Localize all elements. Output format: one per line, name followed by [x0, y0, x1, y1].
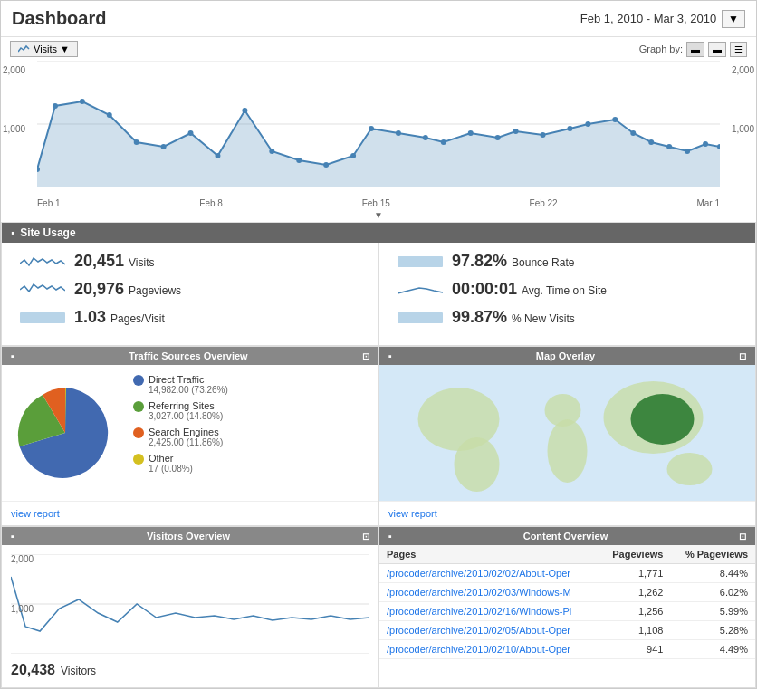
svg-point-43 — [667, 453, 713, 485]
svg-point-31 — [703, 141, 708, 147]
content-table-header-row: Pages Pageviews % Pageviews — [379, 545, 755, 564]
page-link-4[interactable]: /procoder/archive/2010/02/05/About-Oper — [379, 621, 599, 640]
x-label-feb1: Feb 1 — [37, 198, 61, 208]
new-visits-icon — [398, 309, 443, 327]
map-overlay-expand-icon[interactable]: ⊡ — [739, 351, 746, 361]
graph-icon-bar[interactable]: ▬ — [708, 42, 726, 57]
metric-bounce-rate-value-label: 97.82% Bounce Rate — [452, 252, 574, 271]
visitors-overview-expand-icon[interactable]: ⊡ — [362, 532, 369, 542]
graph-icon-table[interactable]: ☰ — [730, 42, 747, 57]
content-overview-title: Content Overview — [523, 531, 608, 542]
svg-point-4 — [53, 103, 58, 109]
legend-search: Search Engines 2,425.00 (11.86%) — [133, 427, 228, 447]
visits-label: Visits — [129, 256, 154, 269]
visits-button[interactable]: Visits ▼ — [10, 41, 78, 57]
avg-time-sparkline — [398, 281, 443, 299]
table-row: /procoder/archive/2010/02/16/Windows-Pl … — [379, 602, 755, 621]
date-range-dropdown[interactable]: ▼ — [722, 10, 745, 28]
new-visits-label: % New Visits — [512, 312, 575, 325]
pie-chart-section: Direct Traffic 14,982.00 (73.26%) Referr… — [11, 374, 369, 492]
graph-icon-line[interactable]: ▬ — [686, 42, 704, 57]
pageviews-5: 941 — [599, 640, 670, 659]
date-range: Feb 1, 2010 - Mar 3, 2010 ▼ — [580, 10, 745, 28]
map-view-report[interactable]: view report — [388, 508, 437, 519]
page-link-5[interactable]: /procoder/archive/2010/02/10/About-Oper — [379, 640, 599, 659]
scroll-button[interactable]: ▼ — [374, 210, 383, 220]
svg-rect-33 — [20, 312, 65, 323]
content-overview-header-icon: ▪ — [388, 531, 392, 542]
page-link-1[interactable]: /procoder/archive/2010/02/02/About-Oper — [379, 564, 599, 583]
pageviews-value: 20,976 — [74, 280, 124, 299]
legend-referring-dot — [133, 401, 144, 412]
col-pageviews: Pageviews — [599, 545, 670, 564]
pie-legend: Direct Traffic 14,982.00 (73.26%) Referr… — [133, 374, 228, 479]
legend-direct-dot — [133, 375, 144, 386]
site-usage-title: Site Usage — [20, 226, 75, 239]
bounce-rate-value: 97.82% — [452, 252, 507, 271]
svg-point-40 — [548, 419, 588, 483]
metric-visits: 20,451 Visits — [20, 252, 360, 271]
svg-point-28 — [648, 139, 654, 145]
map-overlay-body — [379, 365, 755, 501]
x-axis-labels: Feb 1 Feb 8 Feb 15 Feb 22 Mar 1 — [1, 197, 756, 208]
visitors-overview-header: ▪ Visitors Overview ⊡ — [2, 527, 378, 545]
svg-point-19 — [441, 139, 446, 145]
svg-point-21 — [495, 135, 501, 140]
date-range-text: Feb 1, 2010 - Mar 3, 2010 — [580, 12, 716, 25]
svg-point-27 — [630, 130, 636, 136]
visitors-overview-body: 2,000 1,000 20,438 Visitors — [2, 545, 378, 687]
content-overview-expand-icon[interactable]: ⊡ — [739, 532, 746, 542]
pageviews-1: 1,771 — [599, 564, 670, 583]
chart-toolbar: Visits ▼ Graph by: ▬ ▬ ☰ — [1, 37, 756, 61]
map-overlay-header-icon: ▪ — [388, 350, 392, 361]
site-usage-col-right: 97.82% Bounce Rate 00:00:01 Avg. Time on… — [378, 243, 755, 345]
svg-point-16 — [369, 126, 374, 131]
content-overview-body: Pages Pageviews % Pageviews /procoder/ar… — [379, 545, 755, 681]
dashboard-page: Dashboard Feb 1, 2010 - Mar 3, 2010 ▼ Vi… — [0, 0, 757, 689]
page-title: Dashboard — [12, 8, 106, 29]
percent-4: 5.28% — [670, 621, 755, 640]
visits-sparkline — [20, 253, 65, 271]
page-link-2[interactable]: /procoder/archive/2010/02/03/Windows-M — [379, 583, 599, 602]
metric-new-visits-value-label: 99.87% % New Visits — [452, 308, 575, 327]
visitors-overview-panel: ▪ Visitors Overview ⊡ 2,000 1,000 — [1, 527, 378, 688]
page-link-3[interactable]: /procoder/archive/2010/02/16/Windows-Pl — [379, 602, 599, 621]
svg-point-17 — [396, 130, 401, 136]
pageviews-sparkline — [20, 281, 65, 299]
site-usage-header: ▪ Site Usage — [2, 223, 755, 243]
svg-point-8 — [161, 144, 167, 149]
svg-point-5 — [80, 99, 85, 104]
metric-pages-visit: 1.03 Pages/Visit — [20, 308, 360, 327]
metric-visits-value-label: 20,451 Visits — [74, 252, 155, 271]
percent-5: 4.49% — [670, 640, 755, 659]
visitors-y-mid: 1,000 — [11, 604, 34, 614]
svg-point-42 — [631, 394, 695, 445]
graph-by-label: Graph by: — [639, 43, 683, 54]
svg-point-11 — [242, 108, 247, 113]
svg-point-22 — [513, 129, 519, 134]
table-row: /procoder/archive/2010/02/03/Windows-M 1… — [379, 583, 755, 602]
svg-point-10 — [215, 153, 220, 158]
content-table: Pages Pageviews % Pageviews /procoder/ar… — [379, 545, 755, 659]
svg-point-9 — [188, 130, 194, 136]
visitors-label: Visitors — [61, 665, 96, 677]
panels-row-bottom: ▪ Visitors Overview ⊡ 2,000 1,000 — [1, 526, 756, 688]
metric-new-visits: 99.87% % New Visits — [398, 308, 737, 327]
svg-point-15 — [350, 153, 356, 158]
metric-avg-time-value-label: 00:00:01 Avg. Time on Site — [452, 280, 607, 299]
table-row: /procoder/archive/2010/02/10/About-Oper … — [379, 640, 755, 659]
traffic-view-report[interactable]: view report — [11, 508, 60, 519]
visitors-total: 20,438 Visitors — [11, 657, 369, 678]
content-overview-panel: ▪ Content Overview ⊡ Pages Pageviews % P… — [378, 527, 756, 688]
visitors-chart-svg — [11, 554, 369, 654]
svg-point-14 — [323, 162, 329, 168]
percent-3: 5.99% — [670, 602, 755, 621]
content-table-body: /procoder/archive/2010/02/02/About-Oper … — [379, 564, 755, 659]
svg-point-18 — [423, 135, 428, 140]
visitors-count: 20,438 — [11, 662, 55, 678]
traffic-sources-expand-icon[interactable]: ⊡ — [362, 351, 369, 361]
svg-point-20 — [468, 130, 474, 136]
visitors-overview-header-icon: ▪ — [11, 531, 14, 542]
site-usage-section: ▪ Site Usage 20,451 Visits — [1, 223, 756, 346]
chart-area: Visits ▼ Graph by: ▬ ▬ ☰ 2,000 1,000 2,0… — [1, 37, 756, 223]
